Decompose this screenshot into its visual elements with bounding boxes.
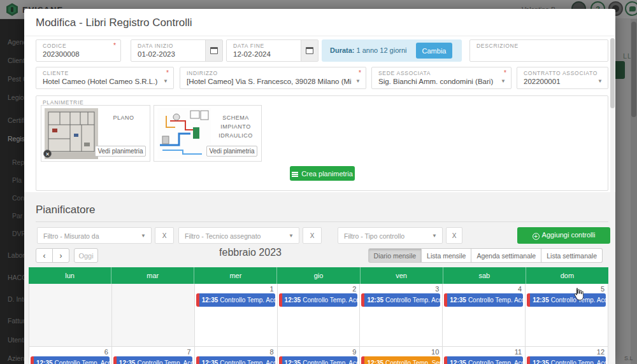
data-fine-field[interactable]: DATA FINE 12-02-2024 (226, 39, 318, 62)
calendar-day-cell[interactable]: 212:35Controllo Temp. Acqua (278, 284, 361, 347)
calendar-event[interactable]: 12:35Controllo Temp. Acqua (113, 356, 192, 364)
calendar-event[interactable]: 12:35Controllo Temp. Acqua (279, 293, 358, 307)
calendar-day-cell[interactable]: 1012:35Controllo Temp. Serbat (360, 347, 443, 364)
calendar-day-cell[interactable]: 912:35Controllo Temp. Acqua (278, 347, 361, 364)
data-inizio-label: DATA INIZIO (138, 43, 173, 49)
aggiungi-controlli-button[interactable]: +Aggiungi controlli (517, 227, 610, 244)
hydraulic-schema-image (157, 108, 211, 159)
calendar-day-cell[interactable]: 812:35Controllo Temp. Acqua (195, 347, 278, 364)
next-month-button[interactable]: › (52, 248, 69, 263)
day-number: 11 (515, 348, 522, 356)
required-asterisk: * (359, 69, 361, 76)
contratto-value: 202200001 (524, 78, 594, 85)
filter-clear-button[interactable]: X (155, 227, 174, 244)
calendar-event[interactable]: 12:35Controllo Temp. Acqua (196, 356, 275, 364)
mouse-cursor (573, 288, 583, 300)
calendar-month-title: febbraio 2023 (209, 247, 292, 258)
data-fine-value: 12-02-2024 (233, 50, 299, 58)
filter-clear-button[interactable]: X (303, 227, 322, 244)
day-number: 3 (435, 285, 439, 293)
calendar-day-cell[interactable]: 312:35Controllo Temp. Acqua (360, 284, 443, 347)
chevron-down-icon: ▼ (598, 78, 603, 84)
indirizzo-select[interactable]: INDIRIZZO [Hotel Cameo] Via S. Francesco… (180, 67, 366, 89)
calendar-day-cell[interactable]: 412:35Controllo Temp. Acqua (443, 284, 526, 347)
view-button[interactable]: Lista settimanale (541, 248, 603, 263)
sede-label: SEDE ASSOCIATA (378, 70, 431, 76)
day-number: 9 (352, 348, 356, 356)
calendar-event[interactable]: 12:35Controllo Temp. Acqua (444, 293, 523, 307)
calendar-event[interactable]: 12:35Controllo Temp. Acqua (527, 356, 606, 364)
weekday-header: dom (526, 267, 608, 284)
calendar-event[interactable]: 12:35Controllo Temp. Acqua (196, 293, 275, 307)
event-time: 12:35 (285, 360, 301, 364)
calendar-picker-icon[interactable] (205, 40, 222, 61)
event-time: 12:35 (202, 360, 218, 364)
calendar-event[interactable]: 12:35Controllo Temp. Acqua (279, 356, 358, 364)
calendar-event[interactable]: 12:35Controllo Temp. Serbat (361, 356, 440, 364)
descrizione-field[interactable]: DESCRIZIONE (469, 39, 608, 62)
calendar-event[interactable]: 12:35Controllo Temp. Acqua (444, 356, 523, 364)
edit-register-modal: Modifica - Libri Registro Controlli CODI… (24, 9, 615, 364)
chevron-down-icon: ▼ (289, 233, 294, 239)
day-number: 6 (104, 348, 108, 356)
filter-select[interactable]: Filtro - Tecnico assegnato▼ (178, 227, 299, 244)
sede-value: Sig. Bianchi Amm. condomini (Bari) (378, 78, 497, 85)
planimetria-title: PLANO (99, 113, 148, 122)
event-time: 12:35 (367, 360, 383, 364)
weekday-header: mar (111, 267, 194, 284)
modal-scrollbar-thumb[interactable] (610, 38, 615, 108)
required-asterisk: * (504, 69, 506, 76)
calendar-day-cell[interactable] (29, 284, 112, 347)
filter-clear-button[interactable]: X (446, 227, 462, 244)
calendar-weekday-row: lunmarmergiovensabdom (29, 267, 608, 284)
vedi-planimetria-button[interactable]: Vedi planimetria (95, 146, 146, 157)
cliente-select[interactable]: CLIENTE Hotel Cameo (Hotel Cameo S.R.L.)… (36, 67, 174, 89)
required-asterisk: * (166, 69, 169, 76)
view-button[interactable]: Lista mensile (422, 248, 471, 263)
view-button[interactable]: Diario mensile (368, 248, 422, 263)
event-time: 12:35 (285, 297, 301, 304)
calendar-event[interactable]: 12:35Controllo Temp. Acqua (527, 293, 606, 307)
event-time: 12:35 (450, 360, 466, 364)
floorplan-image (45, 108, 98, 159)
remove-planimetria-icon[interactable]: ✕ (43, 150, 52, 158)
view-button[interactable]: Agenda settimanale (471, 248, 541, 263)
filter-placeholder: Filtro - Tecnico assegnato (185, 232, 261, 240)
cambia-button[interactable]: Cambia (416, 43, 452, 59)
required-asterisk: * (113, 42, 116, 49)
day-number: 7 (187, 348, 191, 356)
calendar-event[interactable]: 12:35Controllo Temp. Acqua (31, 356, 110, 364)
calendar-week-row: 112:35Controllo Temp. Acqua212:35Control… (29, 284, 608, 347)
cliente-value: Hotel Cameo (Hotel Cameo S.R.L.) (43, 78, 159, 85)
contratto-select[interactable]: CONTRATTO ASSOCIATO 202200001 ▼ (517, 67, 608, 89)
day-number: 12 (597, 348, 605, 356)
calendar-day-cell[interactable]: 1212:35Controllo Temp. Acqua (526, 347, 608, 364)
data-inizio-value: 01-02-2023 (138, 50, 203, 58)
day-number: 10 (431, 348, 439, 356)
calendar-day-cell[interactable]: 1112:35Controllo Temp. Acqua (443, 347, 526, 364)
sede-select[interactable]: SEDE ASSOCIATA Sig. Bianchi Amm. condomi… (371, 67, 512, 89)
calendar-day-cell[interactable] (112, 284, 195, 347)
filter-select[interactable]: Filtro - Tipo controllo▼ (338, 227, 443, 244)
pianificatore-heading: Pianificatore (36, 204, 96, 216)
planimetria-card-plano: ✕ PLANO Vedi planimetria (41, 105, 150, 162)
calendar-event[interactable]: 12:35Controllo Temp. Acqua (361, 293, 440, 307)
calendar-day-cell[interactable]: 112:35Controllo Temp. Acqua (195, 284, 278, 347)
event-time: 12:35 (119, 360, 136, 364)
calendar-picker-icon[interactable] (301, 40, 318, 61)
day-number: 5 (601, 285, 605, 293)
calendar-day-cell[interactable]: 612:35Controllo Temp. Acqua (29, 347, 112, 364)
calendar-grid: 112:35Controllo Temp. Acqua212:35Control… (29, 284, 608, 364)
today-button[interactable]: Oggi (74, 248, 98, 263)
calendar-week-row: 612:35Controllo Temp. Acqua712:35Control… (29, 347, 608, 364)
calendar-day-cell[interactable]: 712:35Controllo Temp. Acqua (112, 347, 195, 364)
data-inizio-field[interactable]: DATA INIZIO 01-02-2023 (131, 39, 223, 62)
vedi-planimetria-button[interactable]: Vedi planimetria (206, 146, 257, 157)
crea-planimetria-button[interactable]: Crea planimetria (290, 166, 355, 181)
calendar-day-cell[interactable]: 512:35Controllo Temp. Acqua (526, 284, 608, 347)
prev-month-button[interactable]: ‹ (36, 248, 53, 263)
modal-scrollbar[interactable] (610, 38, 615, 363)
codice-field[interactable]: CODICE 202300008 * (36, 39, 121, 62)
indirizzo-value: [Hotel Cameo] Via S. Francesco, 39028 Mi… (187, 78, 352, 85)
filter-select[interactable]: Filtro - Misurato da▼ (37, 227, 152, 244)
